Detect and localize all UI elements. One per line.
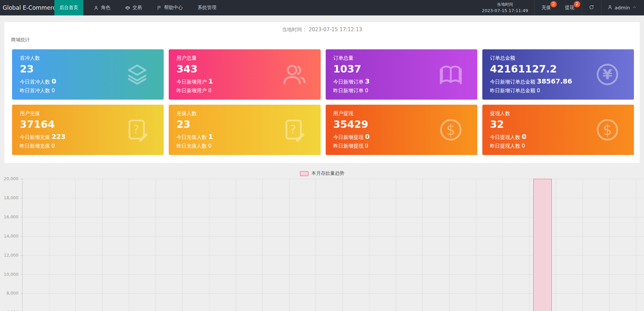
nav-item-交易[interactable]: 交易 [120,0,147,15]
withdraw-label: 提现 [565,5,575,11]
stat-card: 用户充值37164今日新增充值 223昨日新增充值 0? [12,105,164,155]
gridline-v [342,179,343,311]
stat-card: 用户提现35429今日新增提现 0昨日新增提现 0$ [326,105,477,155]
card-today-value: 223 [52,133,66,141]
layers-icon [125,62,150,87]
card-title: 提现人数 [490,110,634,117]
panel-local-time: 当地时间： 2023-07-15 17:12:13 [4,27,640,33]
gridline-v [209,179,209,311]
nav-item-帮助中心[interactable]: 帮助中心 [152,0,188,15]
gridline-v [49,179,49,311]
dollar-circle-icon: $ [438,117,463,142]
stat-card: 订单总量1037今日新增订单 3昨日新增订单 0 [326,49,477,100]
deposit-trend-chart: 20,00018,00016,00014,00012,00010,0008,00… [0,179,644,311]
local-time-value: 2023-07-15 17:11:49 [482,7,528,14]
gridline-v [529,179,530,311]
gridline-v [289,179,289,311]
refresh-button[interactable] [582,0,601,15]
card-yesterday-value: 0 [365,143,368,149]
stat-card: 订单总金额42161127.2今日新增订单总金额 38567.86昨日新增订单总… [482,49,634,100]
gridline-v [129,179,129,311]
card-yesterday-line: 昨日新增用户 0 [176,88,320,94]
card-today-label: 今日新增充值 [20,134,50,140]
card-today-label: 今日提现人数 [490,134,520,140]
flag-icon [157,5,162,10]
gridline-v [236,179,236,311]
withdraw-button[interactable]: 提现 2 [558,0,582,15]
withdraw-badge: 2 [574,1,580,7]
svg-text:?: ? [290,122,296,136]
card-yesterday-label: 昨日新增充值 [20,143,50,149]
stat-card: 充值人数23今日充值人数 1昨日充值人数 0? [169,105,320,155]
gridline-v [609,179,609,311]
card-today-value: 0 [52,77,56,85]
user-icon [94,5,99,10]
user-menu[interactable]: admin [601,0,644,15]
card-yesterday-line: 昨日充值人数 0 [176,143,320,149]
chart-legend[interactable]: 本月存款量趋势 [0,170,644,177]
top-navbar: Global E-Commerce... 后台首页角色交易帮助中心系统管理 当地… [0,0,644,15]
stat-card: 用户总量343今日新增用户 1昨日新增用户 0 [169,49,320,100]
card-today-value: 38567.86 [537,77,572,85]
card-yesterday-label: 昨日新增订单总金额 [490,88,535,94]
navbar-right: 当地时间 2023-07-15 17:11:49 充值 2 提现 2 admin [476,0,644,15]
nav-item-角色[interactable]: 角色 [89,0,115,15]
stat-card: 首冲人数23今日首冲人数 0昨日首冲人数 0 [12,49,164,100]
card-today-value: 1 [208,133,213,141]
card-yesterday-line: 昨日新增充值 0 [20,143,164,149]
card-today-label: 今日新增订单 [333,79,364,85]
card-yesterday-value: 0 [522,143,525,149]
gridline-v [262,179,263,311]
gridline-v [422,179,423,311]
stat-card: 提现人数32今日提现人数 0昨日提现人数 0$ [482,105,634,155]
dollar-circle-icon: $ [595,117,620,142]
card-title: 充值人数 [176,110,320,117]
y-axis-label: 6,000 [0,310,18,311]
y-axis-label: 16,000 [0,214,18,219]
card-today-value: 3 [365,77,370,85]
svg-text:?: ? [133,122,140,136]
card-today-label: 今日新增提现 [333,134,364,140]
gridline-v [449,179,449,311]
doc-question-icon: ? [125,117,150,142]
local-time-label: 当地时间 [482,1,528,7]
card-yesterday-label: 昨日首冲人数 [20,88,50,94]
y-axis-label: 10,000 [0,272,18,277]
local-time-block: 当地时间 2023-07-15 17:11:49 [476,1,534,14]
card-yesterday-line: 昨日提现人数 0 [490,143,634,149]
nav-item-系统管理[interactable]: 系统管理 [193,0,221,15]
nav-menu: 后台首页角色交易帮助中心系统管理 [54,0,226,15]
card-today-value: 0 [522,133,527,141]
doc-question-icon: ? [282,117,307,142]
stats-panel: 当地时间： 2023-07-15 17:12:13 商城统计 首冲人数23今日首… [4,22,640,163]
user-icon [607,5,612,11]
user-name: admin [615,5,630,10]
svg-text:¥: ¥ [603,66,612,83]
chevron-up-icon [632,5,637,10]
gridline-v [75,179,76,311]
scales-icon [125,5,130,10]
card-today-value: 0 [365,133,370,141]
card-yesterday-value: 0 [365,88,368,94]
svg-text:$: $ [603,121,612,138]
gridline-v [502,179,503,311]
card-title: 用户充值 [20,110,164,117]
y-axis-label: 18,000 [0,195,18,200]
refresh-icon [589,4,594,11]
card-yesterday-label: 昨日新增提现 [333,143,364,149]
card-yesterday-value: 0 [52,88,55,94]
recharge-badge: 2 [550,1,557,7]
card-title: 用户提现 [333,110,477,117]
panel-time-label: 当地时间： [282,27,307,33]
book-icon [438,62,463,87]
y-axis-label: 12,000 [0,253,18,258]
card-yesterday-value: 0 [537,88,540,94]
card-today-label: 今日充值人数 [176,134,207,140]
nav-item-后台首页[interactable]: 后台首页 [54,0,83,15]
card-yesterday-line: 昨日新增订单总金额 0 [490,88,634,94]
recharge-button[interactable]: 充值 2 [535,0,558,15]
legend-label: 本月存款量趋势 [312,170,344,176]
gridline-v [396,179,396,311]
yen-circle-icon: ¥ [595,62,620,87]
gridline-v [556,179,556,311]
